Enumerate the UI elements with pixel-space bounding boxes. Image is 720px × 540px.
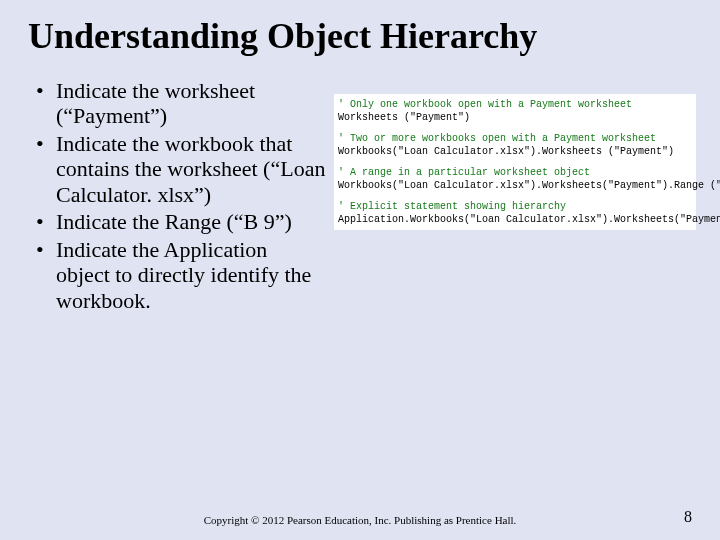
code-block: ' Only one workbook open with a Payment … <box>338 98 692 124</box>
code-comment: ' A range in a particular worksheet obje… <box>338 166 692 179</box>
code-line: Worksheets ("Payment") <box>338 111 692 124</box>
code-line: Workbooks("Loan Calculator.xlsx").Worksh… <box>338 179 692 192</box>
slide-title: Understanding Object Hierarchy <box>0 0 720 60</box>
code-line: Application.Workbooks("Loan Calculator.x… <box>338 213 692 226</box>
bullet-item: Indicate the worksheet (“Payment”) <box>36 78 326 129</box>
bullet-item: Indicate the Application object to direc… <box>36 237 326 314</box>
code-block: ' Two or more workbooks open with a Paym… <box>338 132 692 158</box>
code-comment: ' Two or more workbooks open with a Paym… <box>338 132 692 145</box>
code-block: ' Explicit statement showing hierarchy A… <box>338 200 692 226</box>
code-comment: ' Explicit statement showing hierarchy <box>338 200 692 213</box>
code-block: ' A range in a particular worksheet obje… <box>338 166 692 192</box>
bullet-item: Indicate the workbook that contains the … <box>36 131 326 208</box>
page-number: 8 <box>684 508 692 526</box>
bullet-item: Indicate the Range (“B 9”) <box>36 209 326 235</box>
content-row: Indicate the worksheet (“Payment”) Indic… <box>0 60 720 316</box>
code-comment: ' Only one workbook open with a Payment … <box>338 98 692 111</box>
slide: Understanding Object Hierarchy Indicate … <box>0 0 720 540</box>
code-example-box: ' Only one workbook open with a Payment … <box>334 94 696 230</box>
copyright-footer: Copyright © 2012 Pearson Education, Inc.… <box>0 514 720 526</box>
code-line: Workbooks("Loan Calculator.xlsx").Worksh… <box>338 145 692 158</box>
bullet-list: Indicate the worksheet (“Payment”) Indic… <box>36 78 326 316</box>
